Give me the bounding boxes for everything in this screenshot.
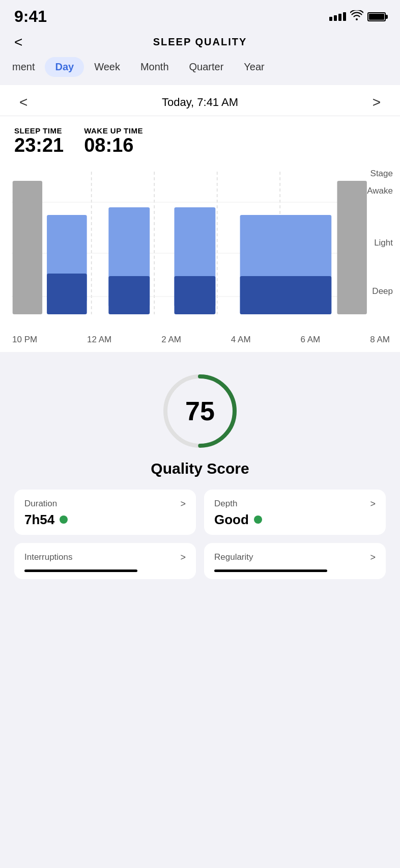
x-label-2am: 2 AM [161, 335, 181, 345]
interruptions-bar [24, 569, 137, 572]
sleep-time-value: 23:21 [14, 135, 64, 156]
deep-label: Deep [372, 286, 393, 296]
regularity-card[interactable]: Regularity > [204, 543, 386, 579]
sleep-time-group: SLEEP TIME 23:21 [14, 126, 64, 156]
sleep-chart-svg [0, 167, 400, 330]
current-date-label: Today, 7:41 AM [162, 96, 238, 109]
tab-week[interactable]: Week [84, 57, 130, 77]
wake-up-time-value: 08:16 [84, 135, 143, 156]
wake-up-time-group: WAKE UP TIME 08:16 [84, 126, 143, 156]
score-title: Quality Score [151, 460, 249, 477]
sleep-chart-area: Stage Awake Light Deep [0, 161, 400, 352]
sleep-stats: SLEEP TIME 23:21 WAKE UP TIME 08:16 [0, 116, 400, 161]
main-card: < Today, 7:41 AM > SLEEP TIME 23:21 WAKE… [0, 85, 400, 352]
svg-rect-16 [240, 276, 332, 314]
svg-rect-10 [47, 274, 87, 314]
status-time: 9:41 [14, 7, 47, 26]
next-date-button[interactable]: > [367, 94, 386, 111]
awake-label: Awake [367, 186, 393, 196]
tab-movement[interactable]: ment [2, 57, 45, 77]
x-label-10pm: 10 PM [12, 335, 37, 345]
depth-label: Depth > [214, 499, 376, 509]
duration-label: Duration > [24, 499, 186, 509]
bottom-metric-row: Interruptions > Regularity > [14, 543, 386, 579]
metric-cards-row: Duration > 7h54 Depth > Good [14, 490, 386, 535]
svg-rect-8 [337, 181, 366, 314]
wake-up-time-label: WAKE UP TIME [84, 126, 143, 135]
x-label-6am: 6 AM [301, 335, 321, 345]
status-bar: 9:41 [0, 0, 400, 31]
prev-date-button[interactable]: < [14, 94, 33, 111]
x-label-12am: 12 AM [87, 335, 111, 345]
depth-status-dot [254, 516, 262, 524]
depth-card[interactable]: Depth > Good [204, 490, 386, 535]
stage-label: Stage [370, 169, 393, 179]
regularity-bar [214, 569, 327, 572]
interruptions-card[interactable]: Interruptions > [14, 543, 196, 579]
signal-icon [329, 12, 346, 21]
x-label-8am: 8 AM [370, 335, 390, 345]
tab-month[interactable]: Month [130, 57, 179, 77]
depth-value: Good [214, 512, 376, 528]
svg-rect-7 [13, 181, 42, 314]
tab-year[interactable]: Year [234, 57, 274, 77]
score-value: 75 [185, 396, 215, 426]
tab-day[interactable]: Day [45, 57, 84, 77]
battery-icon [367, 12, 386, 21]
score-circle: 75 [159, 370, 241, 452]
x-label-4am: 4 AM [231, 335, 251, 345]
status-icons [329, 10, 386, 23]
date-nav: < Today, 7:41 AM > [0, 85, 400, 116]
duration-card[interactable]: Duration > 7h54 [14, 490, 196, 535]
page-title: SLEEP QUALITY [153, 36, 247, 48]
wifi-icon [350, 10, 363, 23]
duration-status-dot [60, 516, 68, 524]
score-section: 75 Quality Score Duration > 7h54 Depth >… [0, 352, 400, 589]
header: < SLEEP QUALITY [0, 31, 400, 57]
duration-value: 7h54 [24, 512, 186, 528]
svg-rect-14 [174, 276, 215, 314]
back-button[interactable]: < [14, 34, 22, 50]
light-label: Light [374, 238, 393, 248]
svg-rect-12 [108, 276, 150, 314]
sleep-time-label: SLEEP TIME [14, 126, 64, 135]
tab-quarter[interactable]: Quarter [179, 57, 234, 77]
chart-x-labels: 10 PM 12 AM 2 AM 4 AM 6 AM 8 AM [0, 332, 400, 352]
tab-bar: ment Day Week Month Quarter Year [0, 57, 400, 85]
